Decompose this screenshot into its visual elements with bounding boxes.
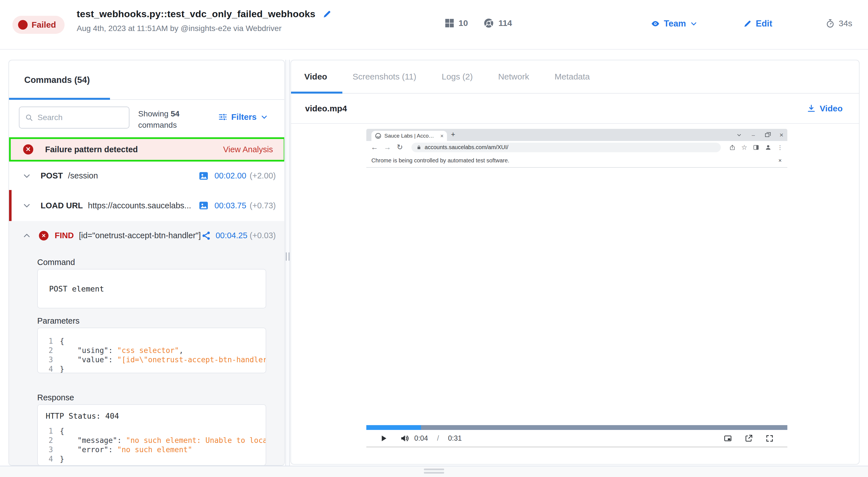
browser-info: 114 bbox=[484, 18, 512, 28]
eye-icon bbox=[651, 19, 660, 28]
showing-count: 54 bbox=[170, 109, 179, 118]
bookmark-star-icon: ☆ bbox=[741, 144, 747, 151]
code-line: 3 "error": "no such element" bbox=[46, 445, 266, 454]
video-player[interactable]: Sauce Labs | Accounts × + – × ← → ↻ bbox=[366, 129, 787, 430]
edit-button[interactable]: Edit bbox=[743, 19, 772, 29]
error-x-icon: ✕ bbox=[23, 144, 33, 155]
failure-pattern-banner: ✕ Failure pattern detected View Analysis bbox=[9, 137, 285, 162]
app-root: ✕ Failed test_webhooks.py::test_vdc_only… bbox=[0, 0, 868, 477]
favicon-icon bbox=[375, 133, 381, 139]
search-box[interactable] bbox=[19, 106, 129, 129]
video-browser-tab: Sauce Labs | Accounts × bbox=[371, 131, 447, 141]
browser-menu-icon: ⋮ bbox=[777, 144, 783, 151]
error-x-icon: ✕ bbox=[39, 231, 49, 241]
showing-prefix: Showing bbox=[138, 109, 168, 118]
http-status: HTTP Status: 404 bbox=[46, 412, 266, 420]
tab-logs[interactable]: Logs (2) bbox=[442, 72, 473, 82]
video-time-display: 0:04 / 0:31 bbox=[414, 434, 462, 442]
results-panel: Video Screenshots (11) Logs (2) Network … bbox=[290, 60, 860, 465]
drawer-drag-handle[interactable] bbox=[424, 469, 444, 474]
team-label: Team bbox=[664, 19, 686, 29]
command-method: POST bbox=[41, 171, 63, 181]
video-controls: 0:04 / 0:31 bbox=[366, 430, 787, 447]
chevron-down-icon bbox=[260, 113, 268, 121]
share-page-icon bbox=[729, 144, 736, 151]
total-duration: 0:31 bbox=[448, 434, 462, 442]
command-detail: /session bbox=[68, 171, 98, 181]
command-row-find[interactable]: ✕ FIND [id="onetrust-accept-btn-handler"… bbox=[9, 221, 285, 250]
browser-version: 114 bbox=[498, 18, 512, 28]
download-icon bbox=[807, 104, 816, 113]
results-tabbar: Video Screenshots (11) Logs (2) Network … bbox=[291, 60, 859, 94]
picture-in-picture-button[interactable] bbox=[724, 434, 732, 443]
forward-icon: → bbox=[384, 143, 391, 152]
failed-x-icon: ✕ bbox=[18, 20, 28, 30]
share-icon[interactable] bbox=[202, 231, 211, 241]
video-browser-tabstrip: Sauce Labs | Accounts × + – × bbox=[366, 129, 787, 141]
stopwatch-icon bbox=[826, 19, 835, 28]
tab-screenshots[interactable]: Screenshots (11) bbox=[352, 72, 416, 82]
windows-icon bbox=[445, 19, 454, 28]
browser-tab-title: Sauce Labs | Accounts bbox=[384, 133, 437, 139]
reload-icon: ↻ bbox=[397, 143, 403, 152]
back-icon: ← bbox=[371, 143, 378, 152]
video-timeline[interactable] bbox=[366, 425, 787, 430]
automation-infobar: Chrome is being controlled by automated … bbox=[366, 154, 787, 168]
edit-title-pencil-icon[interactable] bbox=[322, 9, 332, 19]
command-time[interactable]: 00:04.25 bbox=[215, 231, 247, 240]
screenshot-thumbnail-icon[interactable] bbox=[198, 171, 209, 181]
command-time-delta: (+0.73) bbox=[250, 201, 276, 210]
command-time[interactable]: 00:02.00 bbox=[214, 171, 246, 181]
tab-close-icon: × bbox=[440, 133, 443, 139]
chrome-icon bbox=[484, 18, 494, 28]
chevron-down-icon bbox=[23, 201, 31, 210]
duration-value: 34s bbox=[839, 19, 852, 28]
screenshot-thumbnail-icon[interactable] bbox=[198, 200, 209, 211]
lock-icon bbox=[416, 145, 421, 150]
infobar-text: Chrome is being controlled by automated … bbox=[371, 157, 509, 164]
test-meta: Aug 4th, 2023 at 11:51AM by @insights-e2… bbox=[77, 24, 332, 33]
tab-video[interactable]: Video bbox=[304, 72, 327, 82]
fullscreen-button[interactable] bbox=[765, 434, 774, 443]
command-section-label: Command bbox=[37, 258, 75, 267]
response-section-label: Response bbox=[37, 393, 74, 402]
filters-button[interactable]: Filters bbox=[218, 112, 268, 122]
close-window-icon: × bbox=[779, 131, 783, 139]
tab-network[interactable]: Network bbox=[498, 72, 529, 82]
page-title: test_webhooks.py::test_vdc_only_failed_w… bbox=[77, 8, 315, 20]
current-command-marker bbox=[9, 190, 11, 221]
command-method: LOAD URL bbox=[41, 201, 83, 210]
sliders-icon bbox=[218, 113, 227, 122]
video-stage: Sauce Labs | Accounts × + – × ← → ↻ bbox=[291, 124, 859, 448]
commands-panel: Commands (54) Showing 54 commands Filter… bbox=[8, 60, 285, 466]
panel-resize-handle[interactable] bbox=[285, 60, 290, 466]
duration-indicator: 34s bbox=[826, 19, 852, 28]
view-analysis-link[interactable]: View Analysis bbox=[223, 145, 273, 154]
popout-button[interactable] bbox=[744, 434, 753, 443]
command-row-post-session[interactable]: POST /session 00:02.00 (+2.00) bbox=[9, 162, 285, 190]
sidebar-icon bbox=[753, 144, 759, 151]
code-line: 3 "value": "[id=\"onetrust-accept-btn-ha… bbox=[46, 355, 266, 364]
tab-metadata[interactable]: Metadata bbox=[554, 72, 590, 82]
showing-count-text: Showing 54 commands bbox=[138, 108, 203, 131]
command-method: FIND bbox=[55, 231, 74, 240]
download-video-label: Video bbox=[820, 104, 843, 113]
command-detail: https://accounts.saucelabs... bbox=[88, 201, 191, 210]
window-menu-chevron-icon bbox=[737, 132, 742, 137]
restore-window-icon bbox=[765, 133, 769, 137]
command-row-load-url[interactable]: LOAD URL https://accounts.saucelabs... 0… bbox=[9, 190, 285, 221]
search-input[interactable] bbox=[37, 113, 117, 122]
os-info: 10 bbox=[445, 18, 468, 28]
command-value-box: POST element bbox=[37, 269, 266, 309]
parameters-section-label: Parameters bbox=[37, 316, 80, 326]
title-block: test_webhooks.py::test_vdc_only_failed_w… bbox=[77, 8, 332, 33]
tab-commands[interactable]: Commands (54) bbox=[24, 75, 90, 85]
play-button[interactable] bbox=[379, 434, 388, 443]
volume-button[interactable] bbox=[400, 434, 409, 443]
command-time[interactable]: 00:03.75 bbox=[214, 201, 246, 210]
infobar-close-icon: × bbox=[778, 157, 782, 164]
command-time-delta: (+2.00) bbox=[250, 171, 276, 181]
team-visibility-button[interactable]: Team bbox=[651, 19, 698, 29]
download-video-button[interactable]: Video bbox=[807, 104, 843, 113]
failure-banner-message: Failure pattern detected bbox=[45, 145, 138, 154]
